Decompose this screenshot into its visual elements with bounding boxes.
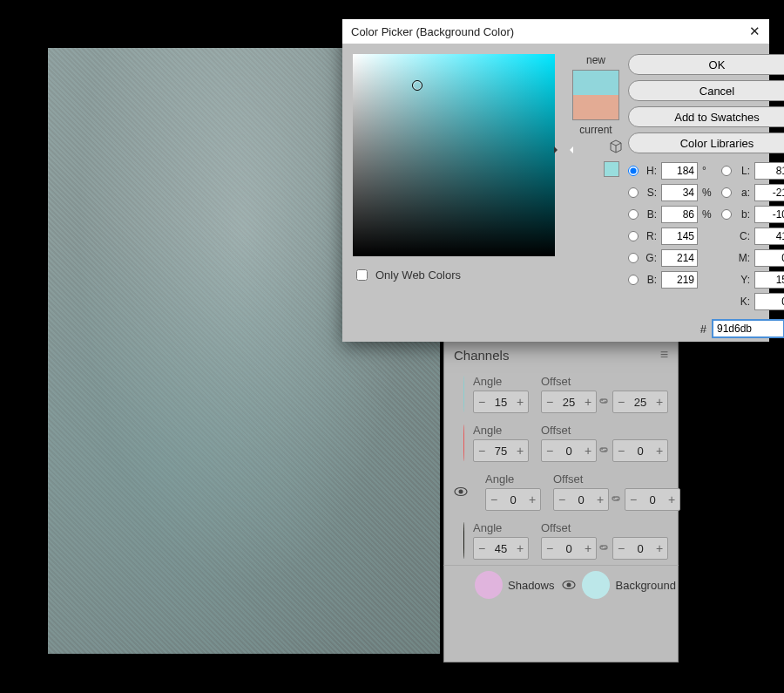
label-B: B: bbox=[643, 208, 657, 221]
field-M[interactable] bbox=[754, 249, 784, 267]
oy-0-inc[interactable]: + bbox=[652, 391, 667, 412]
angle-3-inc[interactable]: + bbox=[512, 538, 528, 559]
ox-1-inc[interactable]: + bbox=[580, 440, 596, 461]
field-R[interactable] bbox=[661, 228, 698, 245]
angle-1-inc[interactable]: + bbox=[512, 440, 528, 461]
channel-swatch-1[interactable] bbox=[463, 425, 464, 461]
ox-3-inc[interactable]: + bbox=[580, 538, 596, 559]
add-swatches-button[interactable]: Add to Swatches bbox=[628, 106, 784, 127]
visibility-toggle-0[interactable] bbox=[454, 388, 455, 400]
visibility-toggle-3[interactable] bbox=[454, 534, 455, 547]
oy-2-inc[interactable]: + bbox=[664, 489, 679, 510]
saturation-value-field[interactable] bbox=[353, 54, 555, 256]
angle-0-inc[interactable]: + bbox=[512, 391, 528, 412]
angle-2-inc[interactable]: + bbox=[524, 489, 540, 510]
channel-swatch-3[interactable] bbox=[463, 522, 464, 559]
oy-3[interactable]: −0+ bbox=[612, 537, 668, 560]
mode-H[interactable] bbox=[628, 166, 639, 176]
mode-G[interactable] bbox=[628, 253, 639, 263]
mode-S[interactable] bbox=[628, 187, 639, 198]
visibility-shadows[interactable] bbox=[454, 579, 470, 591]
angle-2[interactable]: −0+ bbox=[485, 488, 541, 511]
angle-3-dec[interactable]: − bbox=[474, 538, 490, 559]
oy-1[interactable]: −0+ bbox=[612, 439, 668, 462]
close-icon[interactable]: ✕ bbox=[749, 24, 760, 39]
field-B[interactable] bbox=[661, 206, 698, 223]
label-Y: Y: bbox=[736, 274, 750, 286]
visibility-background[interactable] bbox=[561, 579, 577, 591]
field-S[interactable] bbox=[661, 184, 698, 201]
field-L[interactable] bbox=[754, 162, 784, 180]
ox-1-dec[interactable]: − bbox=[542, 440, 558, 461]
cube-icon[interactable] bbox=[609, 139, 623, 156]
label-M: M: bbox=[736, 252, 750, 264]
oy-3-inc[interactable]: + bbox=[652, 538, 667, 559]
field-G[interactable] bbox=[661, 249, 698, 267]
field-b[interactable] bbox=[754, 206, 784, 223]
angle-3[interactable]: −45+ bbox=[473, 537, 529, 560]
oy-0-dec[interactable]: − bbox=[613, 391, 629, 412]
ox-2-dec[interactable]: − bbox=[554, 489, 570, 510]
oy-1-inc[interactable]: + bbox=[652, 440, 667, 461]
mode-R[interactable] bbox=[628, 231, 639, 241]
only-web-checkbox[interactable] bbox=[356, 269, 368, 281]
channel-row-2: Angle−0+ Offset−0+−0+ bbox=[443, 467, 679, 516]
oy-2[interactable]: −0+ bbox=[625, 488, 680, 511]
visibility-toggle-1[interactable] bbox=[454, 437, 455, 449]
channel-swatch-0[interactable] bbox=[463, 376, 464, 412]
ox-0[interactable]: −25+ bbox=[541, 391, 597, 413]
mode-B[interactable] bbox=[628, 275, 639, 285]
only-web-colors[interactable]: Only Web Colors bbox=[353, 267, 555, 283]
link-icon[interactable] bbox=[598, 445, 611, 457]
current-color-swatch[interactable] bbox=[573, 95, 618, 119]
shadows-label: Shadows bbox=[508, 579, 554, 592]
angle-1[interactable]: −75+ bbox=[473, 439, 529, 462]
ox-0-dec[interactable]: − bbox=[542, 391, 558, 412]
background-swatch[interactable] bbox=[582, 571, 610, 599]
sv-cursor[interactable] bbox=[412, 80, 422, 91]
hex-input[interactable] bbox=[712, 319, 784, 338]
channels-panel: Channels ≡ Angle−15+ Offset−25+−25+ Angl… bbox=[443, 340, 679, 662]
field-Y[interactable] bbox=[754, 271, 784, 289]
color-libraries-button[interactable]: Color Libraries bbox=[628, 132, 784, 153]
oy-2-dec[interactable]: − bbox=[625, 489, 641, 510]
field-K[interactable] bbox=[754, 293, 784, 310]
dialog-titlebar[interactable]: Color Picker (Background Color) ✕ bbox=[342, 19, 769, 44]
field-H[interactable] bbox=[661, 162, 698, 180]
field-B[interactable] bbox=[661, 271, 698, 289]
label-a: a: bbox=[736, 187, 750, 199]
oy-0[interactable]: −25+ bbox=[612, 391, 668, 413]
svg-point-1 bbox=[459, 490, 463, 494]
cancel-button[interactable]: Cancel bbox=[628, 80, 784, 101]
angle-0-dec[interactable]: − bbox=[474, 391, 490, 412]
mode-a[interactable] bbox=[721, 187, 732, 198]
mode-L[interactable] bbox=[721, 166, 732, 176]
link-icon[interactable] bbox=[598, 542, 611, 554]
mode-B[interactable] bbox=[628, 209, 639, 220]
shadows-swatch[interactable] bbox=[475, 571, 503, 599]
oy-3-dec[interactable]: − bbox=[613, 538, 629, 559]
ox-2-inc[interactable]: + bbox=[592, 489, 608, 510]
angle-2-dec[interactable]: − bbox=[486, 489, 502, 510]
color-compare bbox=[572, 70, 619, 120]
link-icon[interactable] bbox=[611, 493, 623, 506]
mode-b[interactable] bbox=[721, 209, 732, 220]
ox-1[interactable]: −0+ bbox=[541, 439, 597, 462]
panel-menu-icon[interactable]: ≡ bbox=[660, 347, 668, 363]
channel-row-0: Angle−15+ Offset−25+−25+ bbox=[443, 370, 679, 418]
ox-0-inc[interactable]: + bbox=[580, 391, 596, 412]
angle-0[interactable]: −15+ bbox=[473, 391, 529, 413]
field-C[interactable] bbox=[754, 228, 784, 245]
label-B: B: bbox=[643, 274, 657, 286]
angle-1-dec[interactable]: − bbox=[474, 440, 490, 461]
oy-1-dec[interactable]: − bbox=[613, 440, 629, 461]
label-K: K: bbox=[736, 296, 750, 308]
visibility-toggle-2[interactable] bbox=[454, 486, 468, 498]
ox-2[interactable]: −0+ bbox=[553, 488, 609, 511]
ox-3[interactable]: −0+ bbox=[541, 537, 597, 560]
websafe-swatch[interactable] bbox=[604, 161, 619, 177]
ox-3-dec[interactable]: − bbox=[542, 538, 558, 559]
link-icon[interactable] bbox=[598, 396, 611, 408]
ok-button[interactable]: OK bbox=[628, 54, 784, 75]
field-a[interactable] bbox=[754, 184, 784, 201]
